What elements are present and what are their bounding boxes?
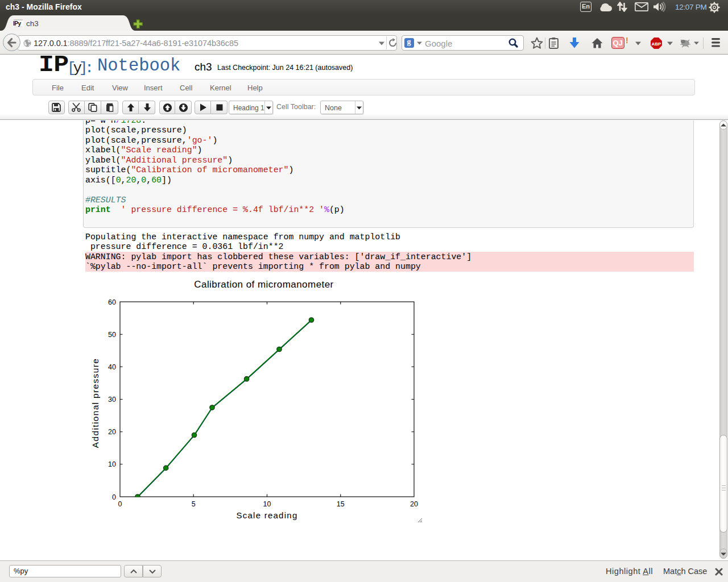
svg-text:40: 40 xyxy=(108,363,116,371)
svg-text:50: 50 xyxy=(108,331,116,339)
svg-text:10: 10 xyxy=(108,460,116,468)
svg-text:Calibration of micromanometer: Calibration of micromanometer xyxy=(194,279,333,290)
svg-text:0: 0 xyxy=(112,493,116,501)
svg-text:ABP: ABP xyxy=(652,41,662,47)
svg-text:0: 0 xyxy=(118,500,122,508)
svg-text:Scale reading: Scale reading xyxy=(237,510,298,520)
svg-text:5: 5 xyxy=(192,500,196,508)
svg-text:60: 60 xyxy=(108,298,116,306)
svg-text:15: 15 xyxy=(337,500,345,508)
svg-text:30: 30 xyxy=(108,396,116,404)
svg-text:20: 20 xyxy=(108,428,116,436)
svg-text:Additional pressure: Additional pressure xyxy=(90,358,100,448)
svg-text:20: 20 xyxy=(410,500,418,508)
svg-text:10: 10 xyxy=(263,500,271,508)
